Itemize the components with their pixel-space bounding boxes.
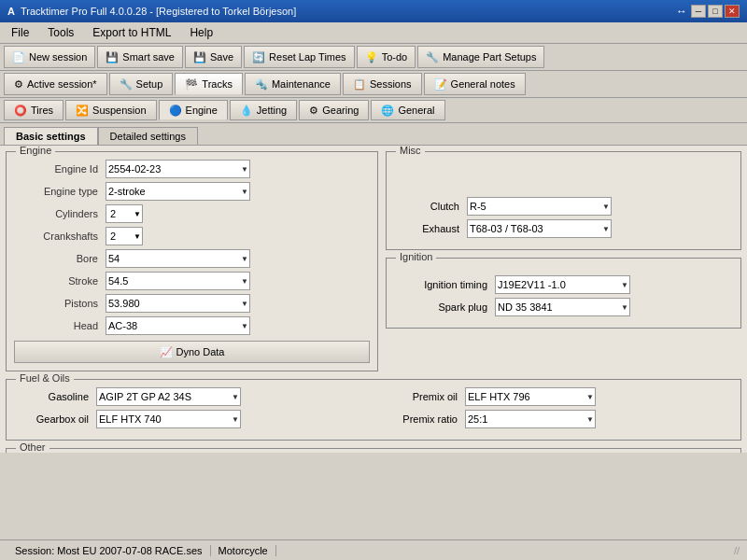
tab-tracks[interactable]: 🏁 Tracks [175, 73, 243, 95]
spark-plug-select[interactable]: ND 35 3841 [495, 298, 630, 316]
bore-select[interactable]: 54 [106, 249, 250, 268]
todo-button[interactable]: 💡 To-do [357, 46, 416, 68]
premix-select[interactable]: ELF HTX 796 [465, 387, 596, 406]
minimize-button[interactable]: ─ [691, 5, 706, 18]
menu-file[interactable]: File [4, 24, 36, 41]
gearbox-row: Gearbox oil ELF HTX 740 [14, 410, 364, 428]
menu-help[interactable]: Help [182, 24, 220, 41]
title-bar-left: A Tracktimer Pro Full 4.0.0.28 - [Regist… [7, 6, 296, 17]
cylinders-label: Cylinders [14, 208, 98, 219]
active-session-icon: ⚙ [14, 78, 23, 91]
resize-handle[interactable]: // [734, 545, 740, 556]
new-session-icon: 📄 [12, 51, 25, 63]
stroke-label: Stroke [14, 275, 98, 287]
page-tabs: Basic settings Detailed settings [0, 123, 747, 145]
menu-export[interactable]: Export to HTML [85, 24, 178, 41]
tracks-icon: 🏁 [185, 78, 198, 91]
page-tab-detailed[interactable]: Detailed settings [98, 127, 198, 145]
ignition-timing-select[interactable]: J19E2V11 -1.0 [495, 275, 630, 294]
engine-group-title: Engine [16, 145, 55, 156]
other-group-title: Other [16, 441, 49, 453]
menu-tools[interactable]: Tools [40, 24, 81, 41]
exhaust-row: Exhaust T68-03 / T68-03 [394, 219, 733, 238]
misc-group: Misc Clutch R-5 Exhaust [386, 151, 741, 250]
spark-plug-label: Spark plug [394, 301, 487, 313]
head-label: Head [14, 320, 98, 331]
ignition-timing-row: Ignition timing J19E2V11 -1.0 [394, 275, 733, 294]
fuel-group: Fuel & Oils Gasoline AGIP 2T GP A2 34S G… [6, 379, 741, 441]
fuel-right: Premix oil ELF HTX 796 Premix ratio 25:1 [383, 387, 733, 432]
dyno-row: 📈 Dyno Data [14, 341, 370, 363]
subnav-suspension[interactable]: 🔀 Suspension [65, 100, 157, 120]
title-bar-controls: ─ □ ✕ [691, 5, 740, 18]
other-group: Other [6, 448, 741, 453]
subnav-gearing[interactable]: ⚙ Gearing [299, 100, 369, 120]
clutch-row: Clutch R-5 [394, 197, 733, 216]
subnav-jetting[interactable]: 💧 Jetting [230, 100, 297, 120]
head-select[interactable]: AC-38 [106, 316, 250, 335]
head-row: Head AC-38 [14, 316, 370, 335]
fuel-content: Gasoline AGIP 2T GP A2 34S Gearbox oil E… [14, 387, 733, 432]
ignition-group: Ignition Ignition timing J19E2V11 -1.0 S… [386, 258, 741, 329]
app-icon: A [7, 6, 15, 17]
subnav-tires[interactable]: ⭕ Tires [4, 100, 63, 120]
engine-type-label: Engine type [14, 186, 98, 197]
save-icon: 💾 [193, 51, 206, 63]
premix-row: Premix oil ELF HTX 796 [383, 387, 733, 406]
exhaust-select[interactable]: T68-03 / T68-03 [467, 219, 612, 238]
clutch-select[interactable]: R-5 [467, 197, 612, 216]
engine-group: Engine Engine Id 2554-02-23 Engine type … [6, 151, 378, 371]
ratio-select[interactable]: 25:1 [465, 410, 596, 428]
tab-sessions[interactable]: 📋 Sessions [343, 73, 422, 95]
general-icon: 🌐 [381, 105, 394, 117]
toolbar: 📄 New session 💾 Smart save 💾 Save 🔄 Rese… [0, 44, 747, 71]
gasoline-label: Gasoline [14, 391, 89, 402]
dyno-data-button[interactable]: 📈 Dyno Data [14, 341, 370, 363]
save-button[interactable]: 💾 Save [185, 46, 242, 68]
engine-type-row: Engine type 2-stroke [14, 182, 370, 201]
page-tab-basic[interactable]: Basic settings [4, 127, 98, 145]
ignition-timing-label: Ignition timing [394, 279, 487, 290]
stroke-select[interactable]: 54.5 [106, 272, 250, 290]
close-button[interactable]: ✕ [725, 5, 740, 18]
pistons-row: Pistons 53.980 [14, 294, 370, 313]
suspension-icon: 🔀 [76, 105, 89, 117]
maximize-button[interactable]: □ [708, 5, 723, 18]
tab-general-notes[interactable]: 📝 General notes [424, 73, 526, 95]
general-notes-icon: 📝 [434, 78, 447, 91]
tab-setup[interactable]: 🔧 Setup [109, 73, 174, 95]
gasoline-row: Gasoline AGIP 2T GP A2 34S [14, 387, 364, 406]
gearbox-select[interactable]: ELF HTX 740 [96, 410, 241, 428]
manage-part-setups-button[interactable]: 🔧 Manage Part Setups [417, 46, 544, 68]
maintenance-icon: 🔩 [255, 78, 268, 91]
new-session-button[interactable]: 📄 New session [4, 46, 95, 68]
gasoline-select[interactable]: AGIP 2T GP A2 34S [96, 387, 241, 406]
vehicle-status: Motorcycle [211, 545, 276, 556]
gearbox-label: Gearbox oil [14, 413, 89, 425]
misc-group-title: Misc [396, 145, 425, 156]
bore-row: Bore 54 [14, 249, 370, 268]
spark-plug-row: Spark plug ND 35 3841 [394, 298, 733, 316]
tab-active-session[interactable]: ⚙ Active session* [4, 73, 107, 95]
cylinders-row: Cylinders 2 [14, 204, 370, 223]
crankshafts-label: Crankshafts [14, 231, 98, 242]
engine-type-select[interactable]: 2-stroke [106, 182, 250, 201]
subnav-general[interactable]: 🌐 General [371, 100, 444, 120]
pistons-select[interactable]: 53.980 [106, 294, 250, 313]
ratio-row: Premix ratio 25:1 [383, 410, 733, 428]
stroke-row: Stroke 54.5 [14, 272, 370, 290]
crankshafts-select[interactable]: 2 [106, 227, 143, 245]
tab-maintenance[interactable]: 🔩 Maintenance [245, 73, 341, 95]
sub-nav: ⭕ Tires 🔀 Suspension 🔵 Engine 💧 Jetting … [0, 98, 747, 123]
manage-icon: 🔧 [426, 51, 439, 63]
gearing-icon: ⚙ [309, 105, 318, 117]
cylinders-select[interactable]: 2 [106, 204, 143, 223]
sessions-icon: 📋 [353, 78, 366, 91]
subnav-engine[interactable]: 🔵 Engine [159, 100, 228, 120]
pistons-label: Pistons [14, 298, 98, 309]
exhaust-label: Exhaust [394, 223, 459, 234]
engine-id-select[interactable]: 2554-02-23 [106, 160, 250, 178]
fuel-left: Gasoline AGIP 2T GP A2 34S Gearbox oil E… [14, 387, 364, 432]
smart-save-button[interactable]: 💾 Smart save [97, 46, 183, 68]
reset-lap-times-button[interactable]: 🔄 Reset Lap Times [244, 46, 355, 68]
